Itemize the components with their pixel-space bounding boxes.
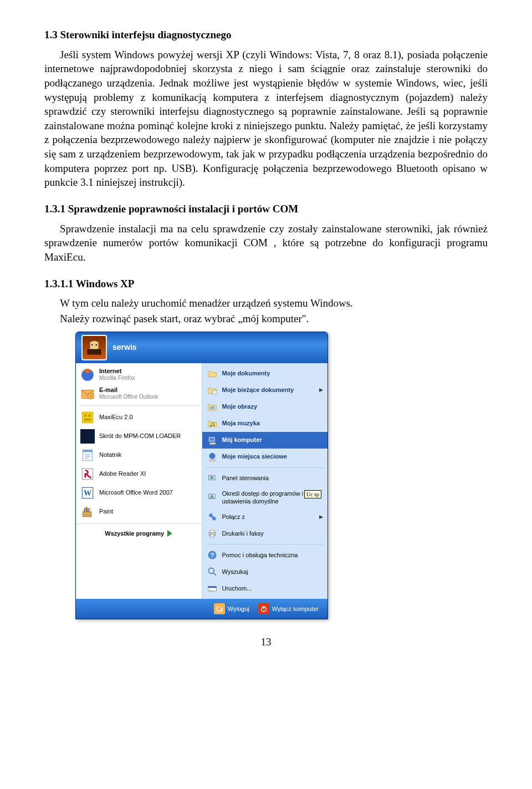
svg-rect-19 bbox=[83, 512, 91, 517]
adobe-reader-icon bbox=[80, 467, 95, 481]
word-icon: W bbox=[80, 486, 95, 500]
network-icon bbox=[207, 451, 218, 462]
svg-rect-42 bbox=[210, 535, 214, 537]
start-item-label: MaxiEcu 2.0 bbox=[99, 414, 133, 421]
start-item-paint[interactable]: Paint bbox=[76, 502, 202, 521]
svg-rect-23 bbox=[89, 507, 90, 512]
start-right-item-help[interactable]: ?Pomoc i obsługa techniczna bbox=[202, 547, 328, 563]
user-name: serwis bbox=[112, 342, 137, 353]
svg-rect-41 bbox=[210, 530, 214, 532]
svg-rect-29 bbox=[209, 437, 214, 440]
start-right-item-network[interactable]: Moje miejsca sieciowe bbox=[202, 449, 328, 465]
chevron-right-icon: ▶ bbox=[319, 513, 323, 520]
all-programs-label: Wszystkie programy bbox=[105, 530, 164, 538]
svg-point-26 bbox=[210, 425, 212, 426]
defaults-icon bbox=[207, 492, 218, 503]
shutdown-button[interactable]: Wyłącz komputer bbox=[255, 602, 322, 615]
heading-1-3: 1.3 Sterowniki interfejsu diagnostyczneg… bbox=[44, 28, 488, 42]
maxiecu-icon bbox=[80, 410, 95, 425]
start-right-item-connect[interactable]: Połącz z▶ bbox=[202, 508, 328, 525]
svg-rect-22 bbox=[88, 508, 89, 512]
start-right-label: Połącz z bbox=[222, 513, 245, 521]
docs-icon bbox=[207, 368, 218, 379]
svg-rect-7 bbox=[84, 414, 87, 416]
svg-rect-32 bbox=[209, 459, 215, 461]
svg-rect-9 bbox=[84, 418, 91, 421]
start-right-item-recent[interactable]: Moje bieżące dokumenty▶ bbox=[202, 382, 328, 399]
start-menu-right-panel: Moje dokumentyMoje bieżące dokumenty▶Moj… bbox=[202, 363, 328, 599]
connect-icon bbox=[207, 511, 218, 522]
start-right-item-run[interactable]: Uruchom... bbox=[202, 580, 328, 597]
start-item-email[interactable]: E-mailMicrosoft Office Outlook bbox=[76, 384, 202, 403]
start-right-separator bbox=[206, 467, 325, 468]
body-1-3-1: Sprawdzenie instalacji ma na celu sprawd… bbox=[44, 222, 488, 264]
start-right-label: Moje bieżące dokumenty bbox=[222, 386, 294, 394]
start-all-programs[interactable]: Wszystkie programy bbox=[76, 523, 202, 542]
svg-rect-12 bbox=[83, 450, 92, 452]
chevron-right-icon: ▶ bbox=[319, 386, 323, 393]
svg-rect-48 bbox=[208, 587, 216, 588]
chevron-right-icon bbox=[167, 530, 172, 537]
xp-start-menu: serwis InternetMozilla Firefox E-mailMic… bbox=[75, 332, 328, 620]
start-right-label: Panel sterowania bbox=[222, 474, 269, 482]
svg-rect-21 bbox=[86, 507, 87, 512]
svg-rect-30 bbox=[209, 442, 215, 444]
start-item-label: Skrót do MPM-COM LOADER bbox=[99, 432, 181, 440]
pictures-icon bbox=[207, 401, 218, 413]
start-item-label: Microsoft Office Word 2007 bbox=[99, 489, 173, 496]
start-item-sub: Mozilla Firefox bbox=[99, 375, 135, 381]
start-item-adobe[interactable]: Adobe Reader XI bbox=[76, 465, 202, 483]
paint-icon bbox=[80, 505, 95, 519]
start-item-mpm[interactable]: Skrót do MPM-COM LOADER bbox=[76, 427, 202, 446]
shutdown-label: Wyłącz komputer bbox=[272, 605, 319, 613]
svg-line-39 bbox=[212, 516, 213, 518]
svg-text:W: W bbox=[84, 488, 91, 497]
shutdown-icon bbox=[258, 603, 269, 614]
start-right-label: Pomoc i obsługa techniczna bbox=[222, 551, 298, 559]
start-right-item-search[interactable]: Wyszukaj bbox=[202, 563, 328, 580]
notepad-icon bbox=[80, 448, 95, 462]
logoff-icon bbox=[214, 603, 225, 614]
start-menu-header: serwis bbox=[76, 332, 328, 363]
start-right-item-docs[interactable]: Moje dokumenty bbox=[202, 365, 328, 382]
page-number: 13 bbox=[44, 635, 488, 649]
search-icon bbox=[207, 566, 218, 577]
start-right-item-computer[interactable]: Mój komputer bbox=[202, 432, 328, 449]
user-avatar bbox=[81, 335, 107, 360]
start-item-label: Paint bbox=[99, 508, 113, 515]
run-icon bbox=[207, 583, 218, 594]
logoff-button[interactable]: Wyloguj bbox=[211, 602, 253, 615]
start-item-label: Adobe Reader XI bbox=[99, 470, 146, 477]
svg-point-27 bbox=[213, 425, 214, 426]
start-right-item-music[interactable]: Moja muzyka bbox=[202, 415, 328, 432]
heading-1-3-1-1: 1.3.1.1 Windows XP bbox=[44, 277, 488, 291]
svg-text:?: ? bbox=[210, 551, 214, 558]
start-item-internet[interactable]: InternetMozilla Firefox bbox=[76, 365, 202, 384]
svg-line-46 bbox=[213, 573, 216, 576]
start-right-item-printers[interactable]: Drukarki i faksy bbox=[202, 525, 328, 542]
svg-rect-0 bbox=[88, 349, 101, 354]
svg-rect-20 bbox=[84, 508, 85, 512]
logoff-label: Wyloguj bbox=[228, 605, 249, 613]
outlook-icon bbox=[80, 386, 95, 401]
recent-icon bbox=[207, 385, 218, 396]
svg-point-35 bbox=[211, 477, 212, 478]
svg-rect-10 bbox=[80, 429, 95, 444]
start-item-sub: Microsoft Office Outlook bbox=[99, 394, 158, 400]
body-1-3: Jeśli system Windows powyżej wersji XP (… bbox=[44, 48, 488, 190]
start-item-word[interactable]: W Microsoft Office Word 2007 bbox=[76, 483, 202, 502]
start-item-maxiecu[interactable]: MaxiEcu 2.0 bbox=[76, 408, 202, 427]
line-1-3-1-1-a: W tym celu należy uruchomić menadżer urz… bbox=[44, 296, 488, 310]
start-right-item-pictures[interactable]: Moje obrazy bbox=[202, 399, 328, 415]
start-right-item-control[interactable]: Panel sterowania bbox=[202, 470, 328, 487]
music-icon bbox=[207, 418, 218, 429]
start-menu-footer: Wyloguj Wyłącz komputer bbox=[76, 599, 328, 619]
start-item-notatnik[interactable]: Notatnik bbox=[76, 446, 202, 465]
svg-point-2 bbox=[96, 344, 98, 345]
start-right-label: Moje dokumenty bbox=[222, 369, 270, 378]
start-right-label: Moja muzyka bbox=[222, 419, 260, 427]
tooltip-fragment: Uc sp bbox=[304, 490, 321, 498]
printers-icon bbox=[207, 528, 218, 539]
start-right-separator bbox=[206, 544, 325, 544]
heading-1-3-1: 1.3.1 Sprawdzenie poprawności instalacji… bbox=[44, 202, 488, 216]
